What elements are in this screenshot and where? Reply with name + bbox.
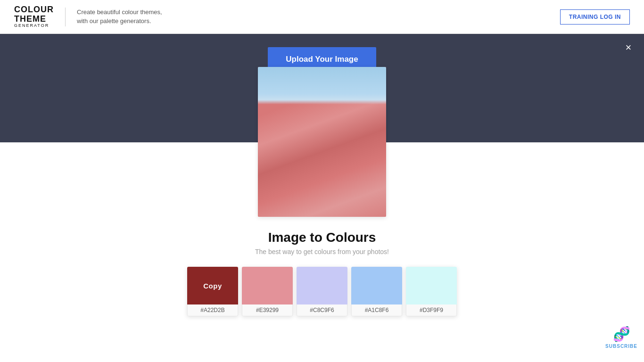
color-block-1[interactable]: Copy bbox=[187, 267, 238, 304]
svg-point-21 bbox=[324, 99, 338, 108]
svg-point-4 bbox=[337, 82, 354, 94]
svg-line-22 bbox=[336, 102, 338, 121]
svg-rect-0 bbox=[258, 67, 386, 217]
main-content: Image to Colours The best way to get col… bbox=[0, 142, 644, 335]
copy-label-1: Copy bbox=[203, 282, 222, 290]
svg-rect-12 bbox=[277, 199, 310, 208]
svg-rect-14 bbox=[333, 152, 362, 160]
subscribe-label: SUBSCRIBE bbox=[605, 344, 637, 349]
header-divider bbox=[65, 8, 66, 26]
close-button[interactable]: × bbox=[621, 41, 636, 55]
svg-rect-24 bbox=[258, 105, 277, 217]
color-swatch-5: #D3F9F9 bbox=[406, 267, 457, 316]
subscribe-button[interactable]: 🧬 SUBSCRIBE bbox=[605, 326, 637, 349]
svg-rect-19 bbox=[317, 128, 326, 141]
svg-rect-16 bbox=[345, 169, 373, 177]
header-left: COLOUR THEME GENERATOR Create beautiful … bbox=[14, 5, 162, 28]
section-title: Image to Colours bbox=[268, 230, 376, 245]
palette-container: Copy #A22D2B #E39299 #C8C9F6 #A1C8F6 #D3… bbox=[187, 267, 457, 316]
svg-rect-26 bbox=[314, 204, 317, 214]
color-swatch-2: #E39299 bbox=[242, 267, 293, 316]
header-tagline: Create beautiful colour themes, with our… bbox=[77, 8, 162, 25]
section-subtitle: The best way to get colours from your ph… bbox=[255, 248, 389, 255]
svg-point-27 bbox=[313, 200, 318, 205]
svg-rect-8 bbox=[258, 161, 291, 171]
logo-title: COLOUR THEME bbox=[14, 5, 54, 24]
svg-rect-1 bbox=[258, 67, 386, 114]
color-hex-4: #A1C8F6 bbox=[351, 304, 402, 316]
dna-icon: 🧬 bbox=[613, 326, 630, 342]
svg-rect-11 bbox=[272, 189, 305, 199]
svg-rect-25 bbox=[343, 67, 352, 217]
color-hex-1: #A22D2B bbox=[187, 304, 238, 316]
training-login-button[interactable]: TRAINING LOG IN bbox=[560, 9, 630, 25]
logo: COLOUR THEME GENERATOR bbox=[14, 5, 54, 28]
color-block-3[interactable] bbox=[297, 267, 347, 304]
uploaded-image bbox=[258, 67, 386, 217]
svg-rect-18 bbox=[300, 114, 312, 131]
svg-rect-9 bbox=[263, 171, 296, 180]
header: COLOUR THEME GENERATOR Create beautiful … bbox=[0, 0, 644, 34]
color-swatch-4: #A1C8F6 bbox=[351, 267, 402, 316]
color-block-5[interactable] bbox=[406, 267, 457, 304]
svg-rect-15 bbox=[340, 160, 369, 169]
copy-overlay-1: Copy bbox=[187, 267, 238, 304]
svg-rect-13 bbox=[281, 208, 314, 217]
svg-rect-10 bbox=[267, 180, 300, 189]
color-swatch-3: #C8C9F6 bbox=[297, 267, 347, 316]
svg-point-3 bbox=[352, 77, 371, 90]
svg-point-23 bbox=[331, 98, 340, 105]
svg-rect-5 bbox=[258, 105, 314, 217]
color-block-4[interactable] bbox=[351, 267, 402, 304]
uploaded-image-container bbox=[258, 67, 386, 217]
color-hex-5: #D3F9F9 bbox=[406, 304, 457, 316]
logo-subtitle: GENERATOR bbox=[14, 24, 54, 28]
svg-point-2 bbox=[338, 77, 366, 94]
color-block-2[interactable] bbox=[242, 267, 293, 304]
svg-rect-7 bbox=[286, 133, 371, 217]
svg-rect-6 bbox=[343, 67, 386, 217]
svg-rect-17 bbox=[350, 177, 378, 186]
color-hex-3: #C8C9F6 bbox=[297, 304, 347, 316]
color-swatch-1: Copy #A22D2B bbox=[187, 267, 238, 316]
color-hex-2: #E39299 bbox=[242, 304, 293, 316]
